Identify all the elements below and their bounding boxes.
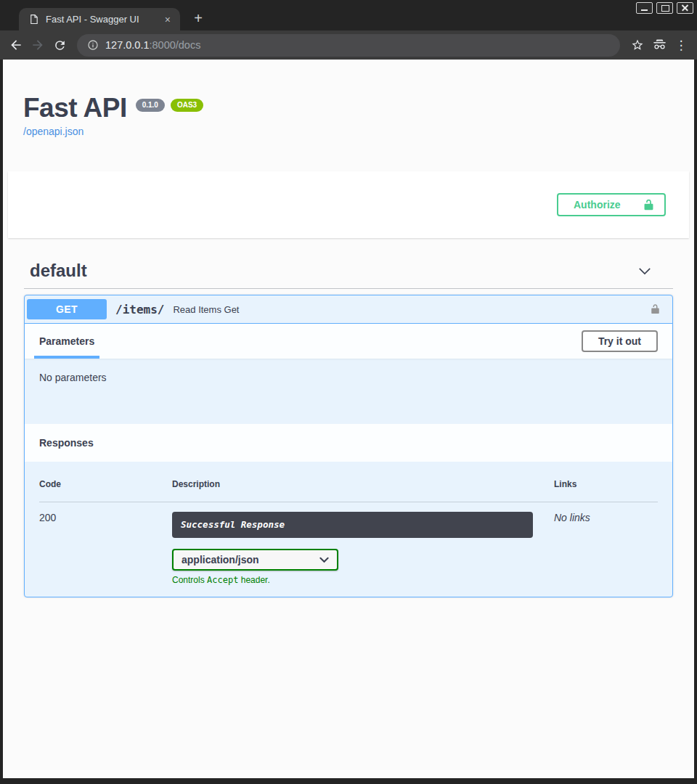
accept-note-code: Accept — [207, 575, 238, 585]
accept-note-prefix: Controls — [172, 575, 207, 585]
document-favicon-icon — [28, 14, 39, 25]
opblock-get-items: GET /items/ Read Items Get Parameters Tr… — [24, 295, 673, 597]
parameters-body: No parameters — [25, 359, 672, 424]
new-tab-button[interactable]: + — [189, 9, 208, 28]
response-code: 200 — [39, 512, 172, 585]
responses-table-header: Code Description Links — [39, 479, 658, 502]
responses-title: Responses — [39, 437, 94, 449]
forward-icon[interactable] — [29, 36, 46, 54]
unlock-icon — [643, 199, 655, 211]
openapi-spec-link[interactable]: /openapi.json — [23, 126, 83, 137]
operation-summary[interactable]: GET /items/ Read Items Get — [25, 295, 672, 324]
api-badges: 0.1.0 OAS3 — [136, 99, 203, 112]
method-badge: GET — [27, 299, 107, 319]
operation-path: /items/ — [115, 303, 164, 317]
header-links: Links — [554, 479, 658, 489]
tag-name: default — [30, 261, 87, 281]
media-type-select[interactable]: application/json — [172, 549, 338, 571]
tab-title: Fast API - Swagger UI — [46, 14, 163, 25]
url-text: 127.0.0.1:8000/docs — [105, 39, 200, 51]
address-bar[interactable]: 127.0.0.1:8000/docs — [77, 34, 620, 57]
browser-tab[interactable]: Fast API - Swagger UI × — [19, 8, 180, 30]
header-description: Description — [172, 479, 554, 489]
authorize-button[interactable]: Authorize — [557, 193, 666, 216]
info-icon[interactable] — [87, 39, 99, 51]
url-host: 127.0.0.1 — [105, 39, 149, 51]
browser-toolbar: 127.0.0.1:8000/docs ⋮ — [0, 30, 697, 60]
scheme-container: Authorize — [8, 171, 689, 238]
operations-wrapper: default GET /items/ Read Items Get Param… — [3, 261, 694, 597]
kebab-menu-icon[interactable]: ⋮ — [672, 36, 690, 54]
minimize-button[interactable] — [636, 2, 653, 14]
response-row-200: 200 Successful Response application/json… — [39, 502, 658, 585]
responses-header: Responses — [25, 424, 672, 462]
version-badge: 0.1.0 — [136, 99, 165, 112]
tag-section-header[interactable]: default — [24, 261, 673, 289]
accept-header-note: Controls Accept header. — [172, 575, 533, 585]
window-bottom-frame — [0, 778, 697, 784]
authorization-lock-icon[interactable] — [650, 303, 661, 316]
response-description: Successful Response — [172, 512, 533, 538]
url-path: :8000/docs — [149, 39, 200, 51]
maximize-button[interactable] — [656, 2, 673, 14]
back-icon[interactable] — [7, 36, 25, 54]
operation-summary-text: Read Items Get — [173, 304, 239, 315]
response-links: No links — [554, 512, 658, 585]
bookmark-star-icon[interactable] — [629, 36, 646, 54]
api-info-section: Fast API 0.1.0 OAS3 /openapi.json — [3, 60, 694, 138]
browser-window: Fast API - Swagger UI × + 127.0.0.1:8000… — [0, 0, 697, 784]
swagger-page: Fast API 0.1.0 OAS3 /openapi.json Author… — [3, 60, 694, 778]
parameters-header: Parameters Try it out — [25, 324, 672, 359]
oas3-badge: OAS3 — [171, 99, 203, 112]
browser-titlebar: Fast API - Swagger UI × + — [0, 0, 697, 30]
responses-body: Code Description Links 200 Successful Re… — [25, 462, 672, 597]
header-code: Code — [39, 479, 172, 489]
window-controls — [636, 2, 693, 14]
select-chevron-icon — [319, 557, 329, 563]
authorize-label: Authorize — [574, 199, 621, 211]
tab-parameters: Parameters — [34, 324, 99, 359]
close-button[interactable] — [677, 2, 693, 14]
chevron-down-icon[interactable] — [638, 267, 651, 275]
no-parameters-text: No parameters — [39, 372, 107, 383]
accept-note-suffix: header. — [238, 575, 269, 585]
tab-close-icon[interactable]: × — [163, 15, 173, 25]
page-title: Fast API — [23, 94, 127, 123]
try-it-out-button[interactable]: Try it out — [582, 330, 658, 352]
reload-icon[interactable] — [51, 36, 68, 54]
incognito-icon — [651, 36, 668, 54]
media-type-value: application/json — [182, 554, 259, 565]
